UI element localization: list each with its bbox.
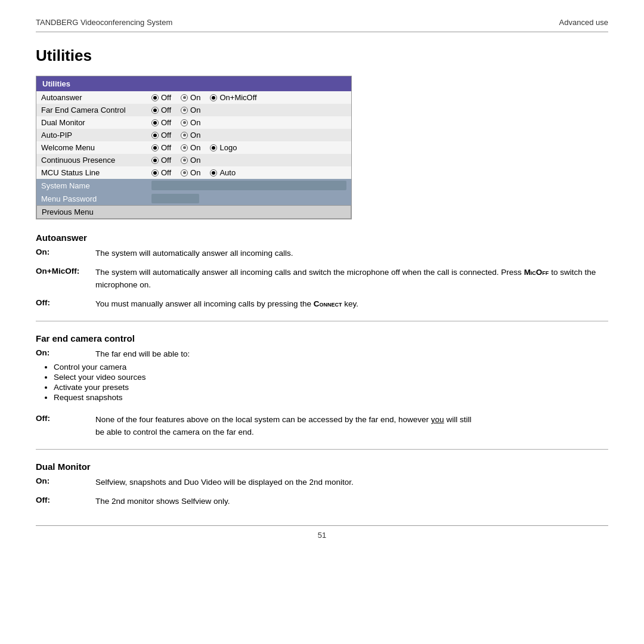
dualmonitor-off-desc: The 2nd monitor shows Selfview only. xyxy=(95,496,608,507)
autoanswer-on-label: On xyxy=(190,93,200,102)
menu-row-farend[interactable]: Far End Camera Control Off On xyxy=(36,104,351,116)
welcomemenu-logo-radio xyxy=(210,144,217,151)
utilities-menu: Utilities Autoanswer Off On On+MicOff xyxy=(36,76,352,219)
autoanswer-label: Autoanswer xyxy=(41,93,151,102)
mcustatus-off-radio xyxy=(151,169,159,177)
menu-row-dualmonitor[interactable]: Dual Monitor Off On xyxy=(36,116,351,129)
farend-on-term: On: xyxy=(36,348,95,360)
continuouspresence-on-label: On xyxy=(190,156,200,165)
continuouspresence-on-radio xyxy=(181,157,188,164)
autoanswer-onmicoff-row: On+MicOff: The system will automatically… xyxy=(36,267,608,291)
mcustatus-options: Off On Auto xyxy=(151,168,236,177)
mcustatus-label: MCU Status Line xyxy=(41,168,151,177)
autopip-off-label: Off xyxy=(161,131,171,140)
menu-row-previousmenu[interactable]: Previous Menu xyxy=(36,205,351,219)
continuouspresence-options: Off On xyxy=(151,156,200,165)
autoanswer-onmicoff-radio xyxy=(210,94,217,101)
dualmonitor-heading: Dual Monitor xyxy=(36,462,608,472)
autopip-options: Off On xyxy=(151,131,200,140)
welcomemenu-logo-label: Logo xyxy=(219,143,237,152)
farend-off[interactable]: Off xyxy=(151,106,171,114)
mcustatus-on[interactable]: On xyxy=(181,168,200,177)
autoanswer-on-desc: The system will automatically answer all… xyxy=(95,247,608,259)
autoanswer-onmicoff[interactable]: On+MicOff xyxy=(210,93,256,102)
divider-2 xyxy=(36,449,608,450)
top-header: TANDBERG Videoconferencing System Advanc… xyxy=(36,18,608,32)
farend-off-radio xyxy=(151,107,159,114)
welcomemenu-on[interactable]: On xyxy=(181,143,200,152)
mcustatus-off-label: Off xyxy=(161,168,171,177)
dualmonitor-off-row: Off: The 2nd monitor shows Selfview only… xyxy=(36,496,608,507)
farend-bullet-2: Select your video sources xyxy=(54,373,146,382)
autopip-off[interactable]: Off xyxy=(151,131,171,140)
autoanswer-on[interactable]: On xyxy=(181,93,200,102)
autoanswer-onmicoff-label: On+MicOff xyxy=(219,93,256,102)
header-left: TANDBERG Videoconferencing System xyxy=(36,18,172,27)
dualmonitor-off-term: Off: xyxy=(36,496,95,504)
continuouspresence-on[interactable]: On xyxy=(181,156,200,165)
autoanswer-on-term: On: xyxy=(36,247,95,256)
welcomemenu-options: Off On Logo xyxy=(151,143,237,152)
dualmonitor-on[interactable]: On xyxy=(181,118,200,127)
menu-row-welcomemenu[interactable]: Welcome Menu Off On Logo xyxy=(36,141,351,154)
autopip-on-label: On xyxy=(190,131,200,140)
mcustatus-off[interactable]: Off xyxy=(151,168,171,177)
dualmonitor-options: Off On xyxy=(151,118,200,127)
menu-row-autoanswer[interactable]: Autoanswer Off On On+MicOff xyxy=(36,91,351,104)
footer: 51 xyxy=(36,525,608,540)
farend-on-label: On xyxy=(190,106,200,114)
menu-row-continuouspresence[interactable]: Continuous Presence Off On xyxy=(36,154,351,166)
farend-bullets: Control your camera Select your video so… xyxy=(54,363,146,403)
menu-row-menupassword[interactable]: Menu Password xyxy=(36,192,351,205)
autoanswer-off-radio xyxy=(151,94,159,101)
dualmonitor-on-term: On: xyxy=(36,476,95,485)
farend-off-row: Off: None of the four features above on … xyxy=(36,414,608,438)
autopip-on-radio xyxy=(181,132,188,139)
farend-on-intro: The far end will be able to: xyxy=(95,348,190,360)
farend-bullet-4: Request snapshots xyxy=(54,393,146,402)
welcomemenu-logo[interactable]: Logo xyxy=(210,143,237,152)
dualmonitor-on-desc: Selfview, snapshots and Duo Video will b… xyxy=(95,476,608,488)
mcustatus-auto[interactable]: Auto xyxy=(210,168,236,177)
menu-row-autopip[interactable]: Auto-PIP Off On xyxy=(36,129,351,141)
autoanswer-heading: Autoanswer xyxy=(36,233,608,243)
welcomemenu-off-label: Off xyxy=(161,143,171,152)
autoanswer-off[interactable]: Off xyxy=(151,93,171,102)
autopip-on[interactable]: On xyxy=(181,131,200,140)
dualmonitor-off-radio xyxy=(151,119,159,126)
divider-1 xyxy=(36,321,608,321)
dualmonitor-on-label: On xyxy=(190,118,200,127)
header-right: Advanced use xyxy=(559,18,608,27)
continuouspresence-off[interactable]: Off xyxy=(151,156,171,165)
welcomemenu-off-radio xyxy=(151,144,159,151)
autoanswer-on-row: On: The system will automatically answer… xyxy=(36,247,608,259)
menu-title: Utilities xyxy=(36,76,351,91)
mcustatus-on-label: On xyxy=(190,168,200,177)
autoanswer-onmicoff-desc: The system will automatically answer all… xyxy=(95,267,608,291)
menu-row-mcustatus[interactable]: MCU Status Line Off On Auto xyxy=(36,166,351,179)
welcomemenu-off[interactable]: Off xyxy=(151,143,171,152)
dualmonitor-off-label: Off xyxy=(161,118,171,127)
farend-heading: Far end camera control xyxy=(36,333,608,343)
autoanswer-on-radio xyxy=(181,94,188,101)
dualmonitor-on-radio xyxy=(181,119,188,126)
autoanswer-onmicoff-term: On+MicOff: xyxy=(36,267,95,275)
dualmonitor-label: Dual Monitor xyxy=(41,118,151,127)
mcustatus-auto-label: Auto xyxy=(219,168,236,177)
continuouspresence-off-radio xyxy=(151,157,159,164)
autoanswer-off-term: Off: xyxy=(36,298,95,307)
farend-on[interactable]: On xyxy=(181,106,200,114)
dualmonitor-off[interactable]: Off xyxy=(151,118,171,127)
farend-on-radio xyxy=(181,107,188,114)
autoanswer-off-row: Off: You must manually answer all incomi… xyxy=(36,298,608,310)
menupassword-label: Menu Password xyxy=(41,194,151,203)
page-container: TANDBERG Videoconferencing System Advanc… xyxy=(0,0,644,644)
welcomemenu-on-label: On xyxy=(190,143,200,152)
previousmenu-label[interactable]: Previous Menu xyxy=(42,208,152,216)
dualmonitor-on-row: On: Selfview, snapshots and Duo Video wi… xyxy=(36,476,608,488)
page-number: 51 xyxy=(318,531,326,540)
autoanswer-off-label: Off xyxy=(161,93,171,102)
menu-row-systemname[interactable]: System Name xyxy=(36,179,351,192)
farend-bullet-1: Control your camera xyxy=(54,363,146,371)
continuouspresence-off-label: Off xyxy=(161,156,171,165)
